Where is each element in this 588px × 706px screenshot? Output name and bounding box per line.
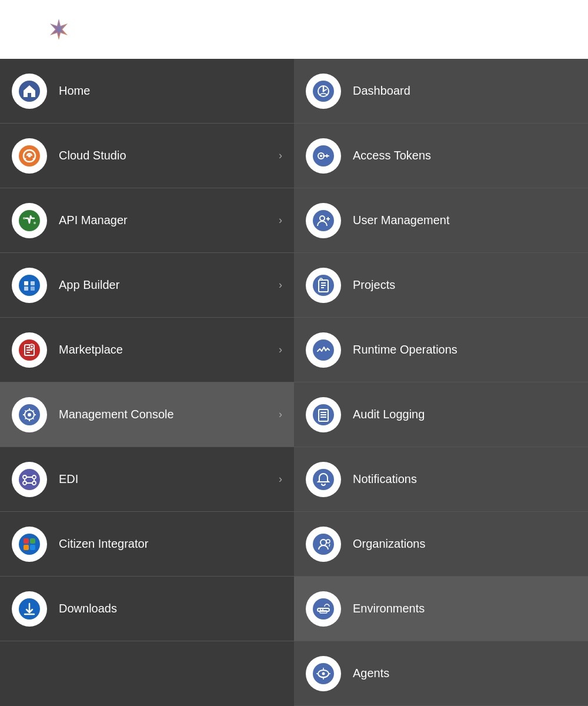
right-nav-label-runtime-operations: Runtime Operations — [353, 343, 576, 357]
svg-point-66 — [322, 672, 325, 675]
right-nav-item-runtime-operations[interactable]: Runtime Operations — [294, 318, 588, 382]
header — [0, 0, 588, 59]
svg-marker-1 — [53, 22, 65, 36]
audit-logging-icon — [306, 397, 341, 432]
jitterbit-logo-icon — [47, 18, 71, 41]
left-nav-label-management-console: Management Console — [59, 408, 274, 421]
right-nav: Dashboard Access Tokens User Management … — [294, 59, 588, 706]
right-nav-item-user-management[interactable]: User Management — [294, 188, 588, 253]
svg-rect-10 — [24, 281, 28, 285]
left-nav-item-api-manager[interactable]: API Manager› — [0, 188, 294, 253]
home-icon — [12, 74, 47, 109]
edi-icon — [12, 462, 47, 497]
right-nav-label-projects: Projects — [353, 278, 576, 292]
svg-point-62 — [320, 609, 321, 610]
user-management-icon — [306, 203, 341, 238]
chevron-right-icon: › — [279, 279, 282, 291]
chevron-right-icon: › — [279, 473, 282, 485]
organizations-icon — [306, 527, 341, 562]
svg-rect-13 — [31, 287, 35, 291]
citizen-integrator-icon — [12, 527, 47, 562]
right-nav-item-audit-logging[interactable]: Audit Logging — [294, 382, 588, 447]
chevron-right-icon: › — [279, 214, 282, 227]
left-nav-item-management-console[interactable]: Management Console› — [0, 382, 294, 447]
left-nav-label-app-builder: App Builder — [59, 278, 274, 292]
right-nav-label-audit-logging: Audit Logging — [353, 408, 576, 421]
svg-point-9 — [19, 275, 40, 296]
svg-point-28 — [19, 534, 40, 555]
left-nav-item-downloads[interactable]: Downloads — [0, 577, 294, 641]
left-nav-label-citizen-integrator: Citizen Integrator — [59, 537, 282, 551]
api-manager-icon — [12, 203, 47, 238]
left-nav-item-citizen-integrator[interactable]: Citizen Integrator — [0, 512, 294, 577]
left-nav-item-app-builder[interactable]: App Builder› — [0, 253, 294, 318]
right-nav-item-notifications[interactable]: Notifications — [294, 447, 588, 512]
left-nav-item-home[interactable]: Home — [0, 59, 294, 124]
svg-point-22 — [28, 413, 31, 417]
runtime-operations-icon — [306, 332, 341, 368]
svg-point-23 — [19, 469, 40, 490]
left-nav-label-api-manager: API Manager — [59, 214, 274, 227]
chevron-right-icon: › — [279, 149, 282, 162]
svg-point-63 — [322, 609, 323, 610]
left-nav-item-cloud-studio[interactable]: Cloud Studio› — [0, 124, 294, 188]
svg-point-56 — [313, 534, 334, 555]
cloud-studio-icon — [12, 138, 47, 174]
projects-icon — [306, 268, 341, 303]
svg-point-49 — [313, 339, 334, 361]
nav-container: Home Cloud Studio› API Manager› App Buil… — [0, 59, 588, 706]
svg-point-39 — [320, 155, 322, 157]
right-nav-label-dashboard: Dashboard — [353, 84, 576, 98]
right-nav-item-agents[interactable]: Agents — [294, 641, 588, 706]
svg-rect-31 — [24, 545, 29, 550]
right-nav-label-user-management: User Management — [353, 214, 576, 227]
left-nav-label-marketplace: Marketplace — [59, 343, 274, 357]
right-nav-label-organizations: Organizations — [353, 537, 576, 551]
chevron-right-icon: › — [279, 408, 282, 421]
right-nav-label-environments: Environments — [353, 602, 576, 615]
left-nav-label-edi: EDI — [59, 472, 274, 486]
left-nav-label-downloads: Downloads — [59, 602, 282, 615]
svg-point-7 — [23, 217, 25, 219]
left-nav-item-edi[interactable]: EDI› — [0, 447, 294, 512]
svg-point-5 — [28, 154, 31, 157]
svg-point-36 — [323, 90, 325, 92]
svg-rect-32 — [30, 545, 35, 550]
environments-icon — [306, 591, 341, 627]
right-nav-label-access-tokens: Access Tokens — [353, 149, 576, 162]
svg-rect-11 — [31, 281, 35, 285]
left-nav-label-home: Home — [59, 84, 282, 98]
logo-area — [47, 18, 76, 41]
svg-point-8 — [34, 222, 36, 224]
left-nav-label-cloud-studio: Cloud Studio — [59, 149, 274, 162]
svg-rect-30 — [30, 538, 35, 544]
right-nav-item-projects[interactable]: Projects — [294, 253, 588, 318]
agents-icon — [306, 656, 341, 691]
right-nav-label-agents: Agents — [353, 667, 576, 680]
right-nav-item-environments[interactable]: Environments — [294, 577, 588, 641]
dashboard-icon — [306, 74, 341, 109]
access-tokens-icon — [306, 138, 341, 174]
svg-rect-29 — [24, 538, 29, 544]
close-button[interactable] — [12, 16, 38, 42]
svg-point-55 — [313, 469, 334, 490]
chevron-right-icon: › — [279, 344, 282, 356]
downloads-icon — [12, 591, 47, 627]
management-console-icon — [12, 397, 47, 432]
right-nav-item-dashboard[interactable]: Dashboard — [294, 59, 588, 124]
right-nav-item-organizations[interactable]: Organizations — [294, 512, 588, 577]
app-builder-icon — [12, 268, 47, 303]
marketplace-icon — [12, 332, 47, 368]
right-nav-label-notifications: Notifications — [353, 472, 576, 486]
right-nav-item-access-tokens[interactable]: Access Tokens — [294, 124, 588, 188]
left-nav: Home Cloud Studio› API Manager› App Buil… — [0, 59, 294, 706]
left-nav-item-marketplace[interactable]: Marketplace› — [0, 318, 294, 382]
svg-rect-12 — [24, 287, 28, 291]
notifications-icon — [306, 462, 341, 497]
